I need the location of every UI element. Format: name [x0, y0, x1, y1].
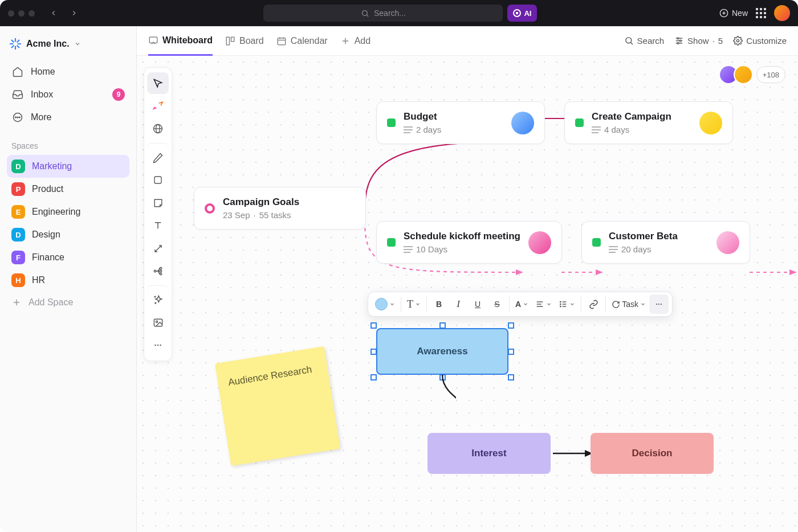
collab-more[interactable]: +108: [756, 66, 785, 83]
status-square: [575, 118, 584, 127]
spaces-header: Spaces: [7, 129, 129, 155]
ai-icon: [513, 9, 521, 17]
tool-more[interactable]: [147, 334, 169, 356]
card-beta[interactable]: Customer Beta 20 days: [581, 221, 750, 264]
view-search[interactable]: Search: [624, 36, 665, 46]
board-icon: [225, 36, 235, 46]
add-space[interactable]: Add Space: [7, 292, 129, 313]
space-label: HR: [32, 275, 45, 285]
tool-text[interactable]: [147, 215, 169, 236]
svg-point-51: [160, 345, 161, 346]
svg-rect-47: [154, 319, 162, 326]
svg-line-11: [12, 46, 14, 47]
svg-rect-40: [154, 177, 161, 183]
space-hr[interactable]: HHR: [7, 269, 129, 292]
tool-web[interactable]: [147, 118, 169, 140]
tool-pen[interactable]: [147, 143, 169, 168]
svg-marker-59: [789, 269, 797, 275]
card-kickoff[interactable]: Schedule kickoff meeting 10 Days: [376, 221, 562, 264]
svg-point-34: [679, 40, 681, 42]
list[interactable]: [555, 294, 579, 314]
card-sub: 2 days: [404, 125, 503, 134]
whiteboard-canvas[interactable]: +108: [137, 56, 798, 532]
space-product[interactable]: PProduct: [7, 178, 129, 200]
tool-ai[interactable]: [147, 95, 169, 117]
svg-line-1: [367, 15, 368, 17]
space-marketing[interactable]: DMarketing: [7, 155, 129, 178]
svg-line-12: [17, 40, 19, 42]
assignee-avatar: [528, 231, 551, 254]
nav-home[interactable]: Home: [7, 60, 129, 83]
space-label: Engineering: [32, 207, 80, 217]
convert-task[interactable]: Task: [608, 294, 649, 314]
tool-select[interactable]: [147, 72, 169, 94]
underline[interactable]: U: [468, 294, 487, 314]
flow-interest[interactable]: Interest: [427, 433, 551, 474]
svg-point-50: [157, 345, 158, 346]
status-square: [387, 118, 396, 127]
assignee-avatar: [716, 231, 739, 254]
collaborators[interactable]: +108: [723, 65, 785, 84]
window-controls[interactable]: [8, 10, 35, 17]
tool-mindmap[interactable]: [147, 260, 169, 282]
tool-sticky[interactable]: [147, 192, 169, 214]
tab-board[interactable]: Board: [225, 26, 264, 56]
ai-button[interactable]: AI: [507, 5, 537, 22]
global-search[interactable]: Search...: [263, 5, 503, 22]
svg-line-29: [630, 43, 632, 44]
fill-color[interactable]: [372, 294, 398, 314]
calendar-icon: [276, 36, 287, 46]
card-root[interactable]: Campaign Goals 23 Sep · 55 tasks: [194, 187, 366, 230]
nav-more[interactable]: More: [7, 106, 129, 129]
view-show[interactable]: Show · 5: [674, 36, 723, 46]
svg-line-9: [12, 40, 14, 42]
card-sub: 20 days: [609, 244, 709, 254]
tab-add[interactable]: Add: [340, 26, 370, 56]
svg-point-15: [17, 117, 18, 118]
flow-decision[interactable]: Decision: [591, 433, 714, 474]
view-customize[interactable]: Customize: [733, 36, 787, 46]
card-campaign[interactable]: Create Campaign 4 days: [564, 101, 733, 144]
tool-shape[interactable]: [147, 169, 169, 191]
apps-icon[interactable]: [756, 8, 766, 18]
new-button[interactable]: New: [719, 9, 748, 18]
space-design[interactable]: DDesign: [7, 223, 129, 246]
home-icon: [11, 66, 24, 78]
svg-point-81: [656, 304, 657, 305]
text-color[interactable]: A: [512, 294, 532, 314]
nav-back[interactable]: [46, 6, 61, 21]
nav-forward[interactable]: [67, 6, 82, 21]
space-label: Finance: [32, 252, 64, 263]
align[interactable]: [532, 294, 555, 314]
flow-awareness[interactable]: Awareness: [376, 328, 508, 375]
bold[interactable]: B: [429, 294, 449, 314]
tab-whiteboard[interactable]: Whiteboard: [148, 26, 213, 56]
svg-point-14: [15, 117, 17, 118]
svg-point-82: [658, 304, 659, 305]
svg-point-48: [156, 321, 157, 322]
user-avatar[interactable]: [774, 5, 790, 21]
nav-inbox[interactable]: Inbox 9: [7, 83, 129, 106]
font-family[interactable]: T: [404, 294, 424, 314]
more-options[interactable]: [649, 294, 669, 314]
tab-calendar[interactable]: Calendar: [276, 26, 328, 56]
strikethrough[interactable]: S: [487, 294, 507, 314]
svg-point-44: [160, 267, 161, 269]
tool-magic[interactable]: [147, 285, 169, 310]
space-engineering[interactable]: EEngineering: [7, 200, 129, 223]
space-icon: H: [11, 273, 25, 287]
tool-connector[interactable]: [147, 238, 169, 259]
italic[interactable]: I: [449, 294, 468, 314]
svg-point-33: [677, 38, 679, 39]
sticky-note[interactable]: Audience Research: [215, 346, 340, 466]
tool-image[interactable]: [147, 312, 169, 333]
card-budget[interactable]: Budget 2 days: [376, 101, 545, 144]
workspace-switcher[interactable]: Acme Inc.: [7, 34, 129, 60]
status-square: [592, 238, 601, 247]
card-title: Create Campaign: [592, 111, 691, 122]
sidebar: Acme Inc. Home Inbox 9 More Spaces DMark…: [0, 26, 137, 532]
space-finance[interactable]: FFinance: [7, 246, 129, 269]
svg-point-46: [160, 273, 161, 275]
whiteboard-icon: [148, 35, 158, 46]
link[interactable]: [584, 294, 603, 314]
